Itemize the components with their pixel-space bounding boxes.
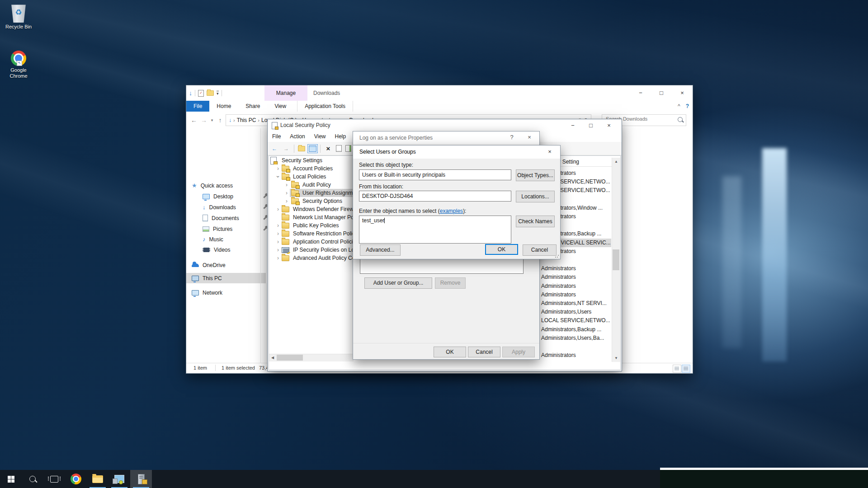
desktop-icon-recycle-bin[interactable]: ♻ Recycle Bin xyxy=(2,4,35,30)
ok-button[interactable]: OK xyxy=(485,244,518,255)
tree-item-ip-security-policies-on-loca[interactable]: ›IP Security Policies on Loca xyxy=(269,246,354,254)
maximize-button[interactable]: □ xyxy=(651,85,672,101)
taskbar-start-button[interactable] xyxy=(0,470,22,488)
help-button[interactable]: ? xyxy=(505,131,519,143)
scroll-left-icon[interactable]: ◀ xyxy=(269,354,276,361)
large-icons-view-button[interactable] xyxy=(682,365,690,373)
location-field[interactable]: DESKTOP-DJSD464 xyxy=(359,191,511,202)
tree-chevron-icon[interactable]: › xyxy=(284,190,289,196)
customize-qat-icon[interactable]: ▾ xyxy=(217,91,219,95)
tab-file[interactable]: File xyxy=(186,101,209,112)
tree-item-account-policies[interactable]: ›Account Policies xyxy=(269,164,354,173)
policy-row[interactable]: Administrators xyxy=(540,264,611,273)
taskbar-file-explorer-button[interactable] xyxy=(87,470,108,488)
policy-row[interactable]: Administrators xyxy=(540,273,611,282)
horizontal-scrollbar[interactable]: ◀ xyxy=(269,354,354,361)
taskbar-chrome-button[interactable] xyxy=(65,470,87,488)
add-user-or-group-button[interactable]: Add User or Group... xyxy=(364,277,432,289)
minimize-button[interactable]: − xyxy=(630,85,651,101)
sidebar-item-videos[interactable]: Videos xyxy=(186,244,277,255)
policy-row[interactable]: Administrators xyxy=(540,291,611,299)
taskbar-local-security-policy-button[interactable] xyxy=(130,470,152,488)
sidebar-item-documents[interactable]: Documents xyxy=(186,213,277,223)
explorer-title-bar[interactable]: ↓ ✓ ▾ Manage Downloads − □ × xyxy=(186,85,693,101)
tree-item-security-options[interactable]: ›Security Options xyxy=(269,197,354,205)
tree-chevron-icon[interactable]: › xyxy=(284,198,289,204)
sidebar-item-downloads[interactable]: ↓Downloads xyxy=(186,202,277,212)
tab-home[interactable]: Home xyxy=(209,101,238,112)
collapse-ribbon-icon[interactable]: ^ xyxy=(678,103,680,109)
taskbar-task-view-button[interactable] xyxy=(43,470,65,488)
policy-row[interactable]: Administrators,Users xyxy=(540,308,611,316)
tree-chevron-icon[interactable]: › xyxy=(275,206,281,212)
scroll-up-icon[interactable]: ▲ xyxy=(612,158,620,165)
scroll-down-icon[interactable]: ▼ xyxy=(612,354,620,362)
cancel-button[interactable]: Cancel xyxy=(468,347,500,357)
tree-chevron-icon[interactable]: › xyxy=(275,174,281,179)
policy-row[interactable]: Administrators,Users,Ba... xyxy=(540,334,611,343)
new-folder-icon[interactable] xyxy=(207,90,214,96)
tab-view[interactable]: View xyxy=(267,101,293,112)
sidebar-item-quick-access[interactable]: ★Quick access xyxy=(186,180,266,191)
tree-chevron-icon[interactable]: › xyxy=(275,247,281,253)
scrollbar-thumb[interactable] xyxy=(613,249,619,270)
tree-item-application-control-policie[interactable]: ›Application Control Policie xyxy=(269,238,354,246)
help-icon[interactable]: ? xyxy=(686,103,689,109)
details-view-button[interactable] xyxy=(673,365,681,373)
object-names-input[interactable]: test_user xyxy=(359,216,511,244)
properties-icon[interactable]: ✓ xyxy=(198,90,204,97)
tab-application-tools[interactable]: Application Tools xyxy=(297,101,353,112)
ok-button[interactable]: OK xyxy=(434,347,466,357)
tree-item-audit-policy[interactable]: ›Audit Policy xyxy=(269,181,354,189)
sidebar-item-onedrive[interactable]: OneDrive xyxy=(186,260,266,270)
pane-divider[interactable] xyxy=(260,128,261,363)
cancel-button[interactable]: Cancel xyxy=(523,244,557,256)
tree-item-security-settings[interactable]: Security Settings xyxy=(269,156,354,164)
policy-row[interactable] xyxy=(540,343,611,351)
check-names-button[interactable]: Check Names xyxy=(516,216,555,227)
tree-chevron-icon[interactable]: › xyxy=(275,239,281,245)
policy-row[interactable]: Administrators xyxy=(540,282,611,291)
tab-share[interactable]: Share xyxy=(238,101,267,112)
resize-grip[interactable] xyxy=(555,253,559,258)
close-button[interactable]: × xyxy=(540,145,559,158)
tree-item-advanced-audit-policy-co[interactable]: ›Advanced Audit Policy Co xyxy=(269,254,354,262)
dialog-title-bar[interactable]: Select Users or Groups × xyxy=(353,145,560,159)
sidebar-item-pictures[interactable]: Pictures xyxy=(186,224,277,234)
desktop-icon-google-chrome[interactable]: ↖ Google Chrome xyxy=(2,51,35,79)
policy-row[interactable]: Administrators,NT SERVI... xyxy=(540,299,611,308)
sidebar-item-music[interactable]: ♪Music xyxy=(186,234,277,244)
taskbar-installer-app-button[interactable] xyxy=(108,470,130,488)
close-button[interactable]: × xyxy=(521,131,538,143)
tree-item-user-rights-assignment[interactable]: ›User Rights Assignment xyxy=(269,189,354,197)
policy-row[interactable]: LOCAL SERVICE,NETWO... xyxy=(540,316,611,325)
remove-button[interactable]: Remove xyxy=(435,277,466,289)
object-type-field[interactable]: Users or Built-in security principals xyxy=(359,169,511,180)
tree-item-network-list-manager-poli[interactable]: Network List Manager Poli xyxy=(269,213,354,221)
back-button[interactable]: ← xyxy=(189,117,199,124)
sidebar-item-this-pc[interactable]: This PC xyxy=(186,273,266,283)
locations-button[interactable]: Locations... xyxy=(516,191,555,202)
minimize-button[interactable]: − xyxy=(564,119,582,131)
close-button[interactable]: × xyxy=(600,119,618,131)
examples-link[interactable]: examples xyxy=(440,208,463,214)
vertical-scrollbar[interactable]: ▲ ▼ xyxy=(612,158,620,362)
breadcrumb-item[interactable]: This PC xyxy=(235,117,258,123)
object-types-button[interactable]: Object Types... xyxy=(516,169,555,181)
scrollbar-thumb[interactable] xyxy=(277,355,303,361)
tree-item-public-key-policies[interactable]: ›Public Key Policies xyxy=(269,221,354,230)
sidebar-item-desktop[interactable]: Desktop xyxy=(186,191,277,202)
tree-chevron-icon[interactable]: › xyxy=(275,230,281,237)
tree-chevron-icon[interactable]: › xyxy=(275,255,281,261)
recent-locations-icon[interactable]: ▾ xyxy=(209,118,215,122)
apply-button[interactable]: Apply xyxy=(502,347,535,357)
tree-chevron-icon[interactable]: › xyxy=(284,182,289,188)
contextual-tab-header[interactable]: Manage xyxy=(264,85,307,101)
up-button[interactable]: ↑ xyxy=(215,117,225,124)
tree-item-local-policies[interactable]: ›Local Policies xyxy=(269,173,354,181)
downloads-icon[interactable]: ↓ xyxy=(189,89,192,97)
policy-row[interactable]: Administrators xyxy=(540,351,611,360)
advanced-button[interactable]: Advanced... xyxy=(360,244,401,256)
forward-button[interactable]: → xyxy=(199,117,209,124)
close-button[interactable]: × xyxy=(672,85,693,101)
